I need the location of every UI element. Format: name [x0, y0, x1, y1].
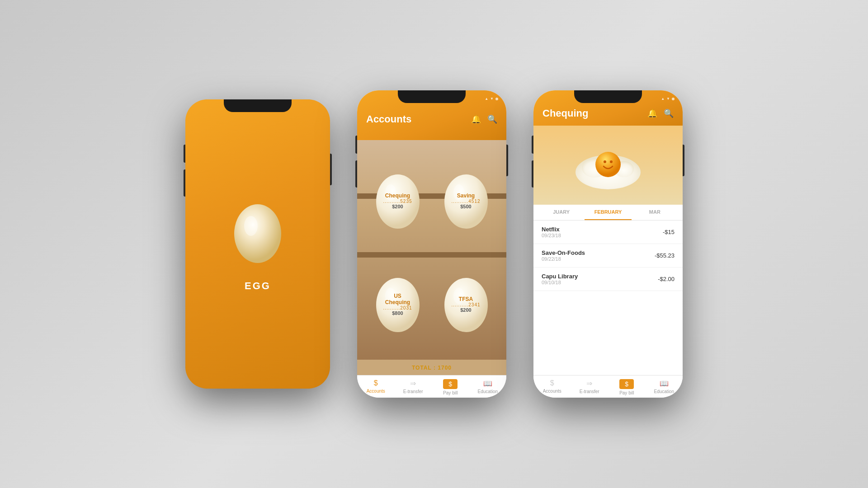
saving-num: ..........4512	[451, 198, 480, 203]
header-icons: 🔔 🔍	[471, 114, 497, 124]
tab-paybill-icon: $	[448, 380, 452, 388]
date-capulibrary: 09/10/18	[542, 280, 578, 285]
tab-etransfer-icon: ⇒	[410, 379, 416, 388]
notch	[224, 99, 292, 112]
phone-accounts: Accounts 🔔 🔍 ▲ ▼	[357, 90, 506, 398]
side-button-right-3	[683, 145, 684, 176]
total-label: TOTAL : 1700	[412, 365, 452, 371]
accounts-screen: Accounts 🔔 🔍 ▲ ▼	[357, 90, 506, 398]
transactions-list: Netflix 09/23/18 -$15 Save-On-Foods 09/2…	[533, 221, 683, 375]
phone-chequing: Chequing 🔔 🔍 ▲ ▼	[533, 90, 683, 398]
tab-chequing-etransfer-label: E-transfer	[580, 389, 599, 394]
tab-accounts-label: Accounts	[367, 389, 385, 394]
merchant-capulibrary: Capu Library	[542, 273, 578, 280]
notch-chequing	[574, 90, 642, 103]
tab-etransfer-label: E-transfer	[403, 389, 423, 394]
transaction-row-netflix[interactable]: Netflix 09/23/18 -$15	[533, 221, 683, 244]
amount-netflix: -$15	[663, 229, 675, 235]
tab-accounts-icon: $	[374, 379, 378, 387]
fried-egg-illustration	[572, 138, 644, 192]
month-tabs: JUARY FEBRUARY MAR	[533, 205, 683, 221]
side-button-left1	[184, 145, 185, 163]
accounts-cards-area: Chequing ..........5235 $200	[357, 140, 506, 360]
tab-paybill[interactable]: $ Pay bill	[432, 379, 469, 395]
chequing-hero	[533, 126, 683, 205]
tab-education-icon: 📖	[483, 379, 492, 388]
month-tab-march[interactable]: MAR	[632, 205, 678, 220]
chequing-title: Chequing	[542, 108, 588, 119]
phone-splash: EGG	[185, 99, 330, 389]
search-icon[interactable]: 🔍	[487, 114, 497, 124]
date-saveonfoods: 09/22/18	[542, 256, 585, 262]
chequing-bell-icon[interactable]: 🔔	[647, 108, 657, 118]
tab-chequing-paybill[interactable]: $ Pay bill	[608, 379, 646, 395]
tab-chequing-paybill-icon: $	[625, 380, 628, 388]
tab-accounts[interactable]: $ Accounts	[357, 379, 395, 395]
chequing-amount: $200	[383, 203, 412, 209]
bell-icon[interactable]: 🔔	[471, 114, 481, 124]
month-tab-january[interactable]: JUARY	[538, 205, 585, 220]
account-card-tfsa[interactable]: TFSA ..........2341 $200	[434, 255, 497, 353]
chequing-screen: Chequing 🔔 🔍 ▲ ▼	[533, 90, 683, 398]
merchant-netflix: Netflix	[542, 226, 561, 233]
chequing-header-icons: 🔔 🔍	[647, 108, 674, 118]
chequing-num: ..........5235	[383, 198, 412, 203]
us-chequing-num: ..........2031	[383, 305, 412, 310]
account-card-saving[interactable]: Saving ..........4512 $500	[434, 151, 497, 249]
tab-chequing-etransfer[interactable]: ⇒ E-transfer	[571, 379, 609, 395]
notch-accounts	[398, 90, 466, 103]
chequing-status-bar: ▲ ▼	[661, 97, 675, 101]
app-title: EGG	[245, 280, 271, 292]
svg-point-14	[604, 160, 606, 163]
tfsa-content: TFSA ..........2341 $200	[451, 296, 480, 312]
transaction-row-saveonfoods[interactable]: Save-On-Foods 09/22/18 -$55.23	[533, 244, 683, 267]
tab-etransfer[interactable]: ⇒ E-transfer	[395, 379, 432, 395]
month-tab-february[interactable]: FEBRUARY	[585, 205, 631, 220]
account-card-chequing[interactable]: Chequing ..........5235 $200	[366, 151, 429, 249]
side-button-left2-3	[532, 160, 533, 188]
side-button-right	[330, 154, 332, 185]
us-chequing-name: US Chequing	[383, 292, 412, 305]
tab-chequing-education-label: Education	[654, 389, 674, 394]
tab-chequing-paybill-label: Pay bill	[619, 390, 634, 395]
transaction-info-netflix: Netflix 09/23/18	[542, 226, 561, 238]
chequing-search-icon[interactable]: 🔍	[664, 108, 674, 118]
tab-education-label: Education	[478, 389, 498, 394]
date-netflix: 09/23/18	[542, 233, 561, 238]
amount-capulibrary: -$2.00	[658, 276, 675, 282]
side-button-left1-3	[532, 136, 533, 154]
tfsa-name: TFSA	[451, 296, 480, 302]
accounts-title: Accounts	[366, 113, 411, 125]
tab-bar-chequing: $ Accounts ⇒ E-transfer $ Pay bill 📖 Edu…	[533, 375, 683, 398]
tab-paybill-label: Pay bill	[443, 390, 458, 395]
tab-education[interactable]: 📖 Education	[469, 379, 507, 395]
tab-chequing-education-icon: 📖	[660, 379, 669, 388]
splash-screen: EGG	[185, 99, 330, 389]
tab-chequing-education[interactable]: 📖 Education	[646, 379, 683, 395]
total-bar: TOTAL : 1700	[357, 360, 506, 375]
egg-icon	[228, 197, 287, 267]
tab-chequing-accounts-label: Accounts	[543, 389, 561, 394]
chequing-name: Chequing	[383, 192, 412, 198]
tfsa-amount: $200	[451, 307, 480, 312]
tab-chequing-accounts[interactable]: $ Accounts	[533, 379, 571, 395]
status-bar: ▲ ▼	[485, 97, 498, 101]
tab-chequing-paybill-box: $	[619, 379, 634, 389]
transaction-row-capulibrary[interactable]: Capu Library 09/10/18 -$2.00	[533, 267, 683, 291]
tab-bar-accounts: $ Accounts ⇒ E-transfer $ Pay bill 📖 Edu…	[357, 375, 506, 398]
tab-chequing-etransfer-icon: ⇒	[586, 379, 592, 388]
side-button-right-2	[506, 145, 508, 176]
saving-content: Saving ..........4512 $500	[451, 192, 480, 209]
us-chequing-content: US Chequing ..........2031 $800	[383, 292, 412, 315]
svg-point-0	[234, 204, 281, 263]
saving-name: Saving	[451, 192, 480, 198]
transaction-info-capulibrary: Capu Library 09/10/18	[542, 273, 578, 285]
tab-chequing-accounts-icon: $	[550, 379, 554, 387]
account-card-us-chequing[interactable]: US Chequing ..........2031 $800	[366, 255, 429, 353]
transaction-info-saveonfoods: Save-On-Foods 09/22/18	[542, 249, 585, 262]
tab-paybill-box: $	[443, 379, 458, 389]
amount-saveonfoods: -$55.23	[655, 252, 675, 259]
side-button-left2	[184, 169, 185, 197]
svg-point-1	[244, 216, 258, 236]
saving-amount: $500	[451, 203, 480, 209]
